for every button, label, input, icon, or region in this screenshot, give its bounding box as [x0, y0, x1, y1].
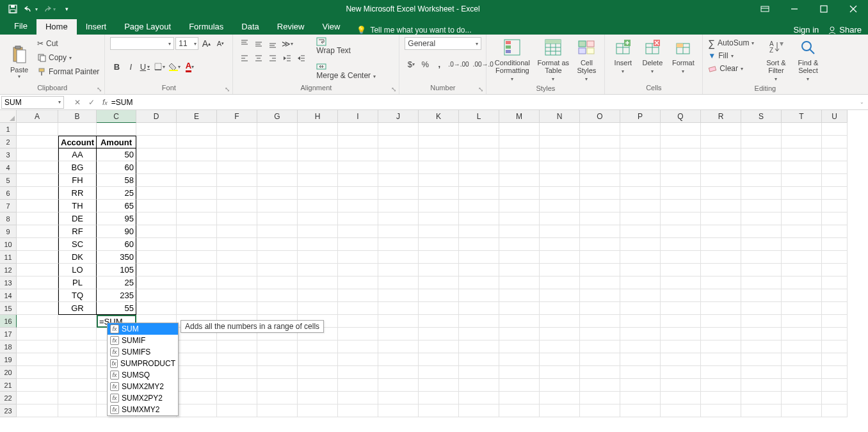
cell-S16[interactable]: [741, 315, 782, 328]
paste-button[interactable]: Paste ▾: [5, 37, 33, 79]
cell-S2[interactable]: [741, 136, 782, 148]
cell-B20[interactable]: [58, 366, 97, 379]
column-header-S[interactable]: S: [741, 110, 782, 123]
cell-O16[interactable]: [580, 315, 620, 328]
format-as-table-button[interactable]: Format as Table▾: [536, 37, 570, 83]
cell-U9[interactable]: [822, 225, 848, 238]
row-header-11[interactable]: 11: [0, 251, 17, 264]
cell-L7[interactable]: [459, 200, 499, 212]
minimize-button[interactable]: [780, 0, 809, 18]
cell-S21[interactable]: [741, 379, 782, 392]
column-header-O[interactable]: O: [580, 110, 620, 123]
column-header-H[interactable]: H: [298, 110, 338, 123]
cell-R8[interactable]: [701, 212, 741, 225]
cell-M23[interactable]: [499, 404, 540, 417]
cell-Q3[interactable]: [661, 148, 701, 161]
cell-N17[interactable]: [540, 328, 580, 340]
cell-J9[interactable]: [378, 225, 419, 238]
cell-M11[interactable]: [499, 251, 540, 264]
cell-R1[interactable]: [701, 123, 741, 136]
row-header-10[interactable]: 10: [0, 238, 17, 251]
cell-P7[interactable]: [620, 200, 661, 212]
tab-review[interactable]: Review: [268, 19, 314, 35]
cell-E12[interactable]: [177, 264, 217, 276]
cell-M15[interactable]: [499, 302, 540, 315]
cell-T8[interactable]: [782, 212, 822, 225]
cell-L6[interactable]: [459, 187, 499, 200]
row-header-13[interactable]: 13: [0, 276, 17, 289]
cell-I23[interactable]: [338, 404, 378, 417]
cell-I19[interactable]: [338, 353, 378, 366]
cell-P9[interactable]: [620, 225, 661, 238]
cell-U13[interactable]: [822, 276, 848, 289]
cell-R12[interactable]: [701, 264, 741, 276]
cell-N8[interactable]: [540, 212, 580, 225]
cell-A16[interactable]: [17, 315, 58, 328]
cell-I3[interactable]: [338, 148, 378, 161]
cell-D2[interactable]: [136, 136, 177, 148]
formula-input[interactable]: =SUM: [108, 98, 856, 107]
cell-R4[interactable]: [701, 161, 741, 174]
cell-G20[interactable]: [257, 366, 298, 379]
cell-H23[interactable]: [298, 404, 338, 417]
cell-J6[interactable]: [378, 187, 419, 200]
cell-S6[interactable]: [741, 187, 782, 200]
cell-D14[interactable]: [136, 289, 177, 302]
cell-A11[interactable]: [17, 251, 58, 264]
cell-U14[interactable]: [822, 289, 848, 302]
cell-M6[interactable]: [499, 187, 540, 200]
cell-A2[interactable]: [17, 136, 58, 148]
cell-T7[interactable]: [782, 200, 822, 212]
cell-J17[interactable]: [378, 328, 419, 340]
cell-R18[interactable]: [701, 340, 741, 353]
cell-L15[interactable]: [459, 302, 499, 315]
cell-Q11[interactable]: [661, 251, 701, 264]
tab-formulas[interactable]: Formulas: [180, 19, 232, 35]
maximize-button[interactable]: [809, 0, 839, 18]
cell-A20[interactable]: [17, 366, 58, 379]
cell-M4[interactable]: [499, 161, 540, 174]
cell-N18[interactable]: [540, 340, 580, 353]
cell-M13[interactable]: [499, 276, 540, 289]
cell-O17[interactable]: [580, 328, 620, 340]
cell-T16[interactable]: [782, 315, 822, 328]
close-button[interactable]: [839, 0, 868, 18]
cell-L5[interactable]: [459, 174, 499, 187]
cell-C8[interactable]: 95: [97, 212, 136, 225]
cell-B7[interactable]: TH: [58, 200, 97, 212]
cell-R16[interactable]: [701, 315, 741, 328]
cell-Q19[interactable]: [661, 353, 701, 366]
cell-L20[interactable]: [459, 366, 499, 379]
cell-Q10[interactable]: [661, 238, 701, 251]
cell-O11[interactable]: [580, 251, 620, 264]
cell-R15[interactable]: [701, 302, 741, 315]
cell-F12[interactable]: [217, 264, 257, 276]
cell-A17[interactable]: [17, 328, 58, 340]
cell-S19[interactable]: [741, 353, 782, 366]
cell-A7[interactable]: [17, 200, 58, 212]
cell-R2[interactable]: [701, 136, 741, 148]
decrease-indent-button[interactable]: [280, 52, 293, 65]
cell-E3[interactable]: [177, 148, 217, 161]
cell-E23[interactable]: [177, 404, 217, 417]
cell-U22[interactable]: [822, 392, 848, 404]
cell-B2[interactable]: Account: [58, 136, 97, 148]
cell-T5[interactable]: [782, 174, 822, 187]
copy-button[interactable]: Copy▾: [37, 51, 99, 64]
cell-R6[interactable]: [701, 187, 741, 200]
accounting-format-button[interactable]: $▾: [405, 58, 417, 70]
tell-me-search[interactable]: 💡 Tell me what you want to do...: [357, 26, 471, 35]
cell-T11[interactable]: [782, 251, 822, 264]
cell-D1[interactable]: [136, 123, 177, 136]
row-header-22[interactable]: 22: [0, 392, 17, 404]
cell-O7[interactable]: [580, 200, 620, 212]
cell-N5[interactable]: [540, 174, 580, 187]
cell-G13[interactable]: [257, 276, 298, 289]
cell-C1[interactable]: [97, 123, 136, 136]
cell-I6[interactable]: [338, 187, 378, 200]
cell-R14[interactable]: [701, 289, 741, 302]
cell-E22[interactable]: [177, 392, 217, 404]
cell-J8[interactable]: [378, 212, 419, 225]
cell-D6[interactable]: [136, 187, 177, 200]
cell-O5[interactable]: [580, 174, 620, 187]
